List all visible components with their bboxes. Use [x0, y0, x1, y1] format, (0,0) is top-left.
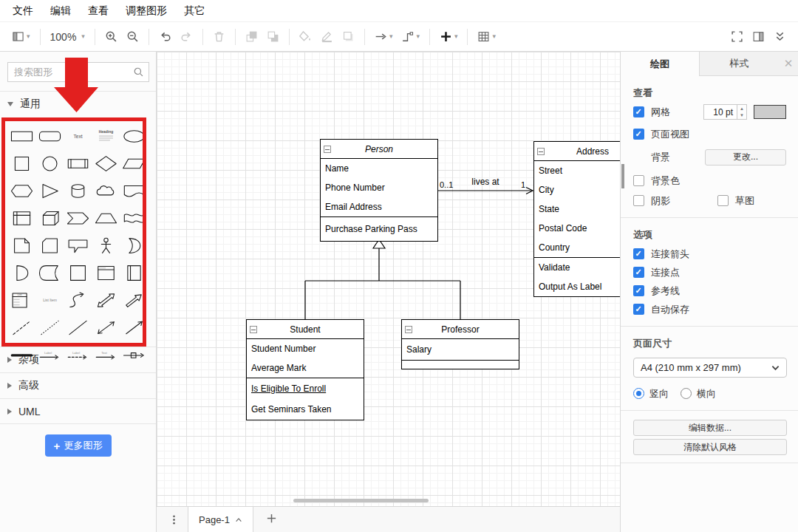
change-background-button[interactable]: 更改... — [705, 149, 786, 166]
portrait-radio[interactable] — [633, 388, 644, 399]
shape-cylinder[interactable] — [64, 180, 92, 201]
connection-style-button[interactable]: ▾ — [370, 26, 398, 48]
tab-style[interactable]: 样式 — [700, 52, 779, 75]
shape-trapezoid[interactable] — [92, 208, 120, 228]
class-attribute[interactable]: Street — [534, 161, 620, 180]
grid-color-swatch[interactable] — [754, 105, 786, 119]
canvas-horizontal-scrollbar[interactable] — [293, 499, 429, 502]
sketch-checkbox[interactable] — [717, 195, 729, 206]
view-button[interactable]: ▾ — [7, 26, 35, 48]
canvas-vertical-scrollbar[interactable] — [621, 164, 624, 188]
menu-edit[interactable]: 编辑 — [48, 3, 73, 19]
shape-triangle[interactable] — [35, 180, 64, 201]
clear-default-style-button[interactable]: 清除默认风格 — [633, 439, 787, 455]
shape-circle[interactable] — [35, 153, 64, 174]
shadow-checkbox[interactable] — [633, 195, 644, 206]
guides-checkbox[interactable] — [633, 285, 644, 296]
uml-class-student[interactable]: Student Student Number Average Mark Is E… — [246, 319, 364, 420]
tab-diagram[interactable]: 绘图 — [621, 52, 700, 76]
shape-tape[interactable] — [120, 208, 149, 228]
association-label[interactable]: lives at — [471, 177, 499, 187]
paper-size-select[interactable]: A4 (210 mm x 297 mm) — [633, 358, 787, 378]
shadow-button[interactable] — [338, 26, 359, 48]
collapse-toolbar-button[interactable] — [769, 26, 791, 48]
class-attribute[interactable]: Country — [534, 238, 620, 257]
sidebar-section-uml[interactable]: UML — [0, 398, 156, 424]
fill-color-button[interactable] — [295, 26, 316, 48]
shape-vertical-container[interactable] — [120, 262, 149, 283]
search-input[interactable] — [8, 63, 149, 81]
shape-filled-edge[interactable] — [7, 344, 35, 365]
shape-or[interactable] — [120, 235, 149, 256]
class-method[interactable]: Is Eligible To Enroll — [247, 378, 364, 399]
shape-directional-connector[interactable] — [120, 317, 149, 338]
class-attribute[interactable]: Phone Number — [321, 178, 437, 197]
shape-line[interactable] — [64, 317, 92, 338]
class-attribute[interactable]: Average Mark — [247, 358, 364, 378]
uml-class-address[interactable]: Address Street City State Postal Code Co… — [533, 141, 620, 297]
shape-list[interactable]: List — [7, 290, 35, 310]
page-view-checkbox[interactable] — [633, 129, 644, 140]
insert-button[interactable]: ▾ — [435, 26, 463, 48]
waypoints-button[interactable]: ▾ — [397, 26, 424, 48]
redo-button[interactable] — [176, 26, 197, 48]
shape-internal-storage[interactable] — [7, 208, 35, 228]
shape-heading[interactable]: Heading — [92, 126, 120, 146]
shape-process[interactable] — [64, 153, 92, 174]
connection-arrows-checkbox[interactable] — [633, 248, 644, 259]
shape-note[interactable] — [7, 235, 35, 256]
class-attribute[interactable]: Student Number — [247, 339, 364, 358]
class-method[interactable]: Get Seminars Taken — [247, 399, 364, 420]
menu-view[interactable]: 查看 — [86, 3, 111, 19]
class-method[interactable]: Purchase Parking Pass — [321, 217, 437, 241]
shape-square[interactable] — [7, 153, 35, 174]
shape-text[interactable]: Text — [64, 126, 92, 146]
shape-document[interactable] — [120, 180, 149, 201]
shape-dotted-line[interactable] — [35, 317, 64, 338]
shape-bidirectional-arrow[interactable] — [92, 290, 120, 310]
sidebar-section-general[interactable]: 通用 — [0, 91, 156, 117]
zoom-in-button[interactable] — [100, 26, 122, 48]
collapse-icon[interactable] — [405, 326, 412, 333]
shape-and[interactable] — [7, 262, 35, 283]
shape-cube[interactable] — [35, 208, 64, 228]
menu-arrange[interactable]: 调整图形 — [123, 3, 169, 19]
zoom-select[interactable]: 100% ▾ — [46, 26, 89, 48]
uml-class-person[interactable]: Person Name Phone Number Email Address P… — [320, 139, 438, 242]
uml-class-professor[interactable]: Professor Salary — [401, 319, 519, 369]
shape-labeled-edge[interactable]: Text — [92, 344, 120, 365]
grid-checkbox[interactable] — [633, 106, 644, 117]
search-icon[interactable] — [133, 66, 144, 78]
shape-actor[interactable] — [92, 235, 120, 256]
target-multiplicity-label[interactable]: 1 — [521, 180, 525, 189]
connection-points-checkbox[interactable] — [633, 267, 644, 278]
shape-diamond[interactable] — [92, 153, 120, 174]
table-button[interactable]: ▾ — [473, 26, 500, 48]
edit-data-button[interactable]: 编辑数据... — [633, 420, 787, 436]
class-attribute[interactable]: State — [534, 200, 620, 219]
class-attribute[interactable]: Postal Code — [534, 219, 620, 238]
class-method[interactable]: Output As Label — [534, 277, 620, 296]
shape-ellipse[interactable] — [120, 126, 149, 146]
shape-container[interactable] — [64, 262, 92, 283]
background-color-checkbox[interactable] — [633, 175, 644, 186]
pages-menu-button[interactable] — [167, 511, 180, 528]
shape-hexagon[interactable] — [7, 180, 35, 201]
to-back-button[interactable] — [262, 26, 284, 48]
source-multiplicity-label[interactable]: 0..1 — [440, 180, 453, 189]
collapse-icon[interactable] — [250, 326, 257, 333]
close-icon[interactable]: ✕ — [779, 52, 798, 75]
grid-size-stepper[interactable]: ▲▼ — [737, 104, 747, 120]
add-page-button[interactable] — [264, 511, 280, 528]
shape-list-item[interactable]: List Item — [35, 290, 64, 310]
line-color-button[interactable] — [316, 26, 338, 48]
shape-rectangle[interactable] — [7, 126, 35, 146]
page-tab[interactable]: Page-1 — [188, 507, 253, 532]
shape-window[interactable] — [92, 262, 120, 283]
to-front-button[interactable] — [241, 26, 262, 48]
shape-rounded-rectangle[interactable] — [35, 126, 64, 146]
menu-extras[interactable]: 其它 — [182, 3, 207, 19]
class-method[interactable]: Validate — [534, 258, 620, 277]
shape-arrow[interactable] — [120, 290, 149, 310]
shape-dashed-edge[interactable]: Label — [64, 344, 92, 365]
